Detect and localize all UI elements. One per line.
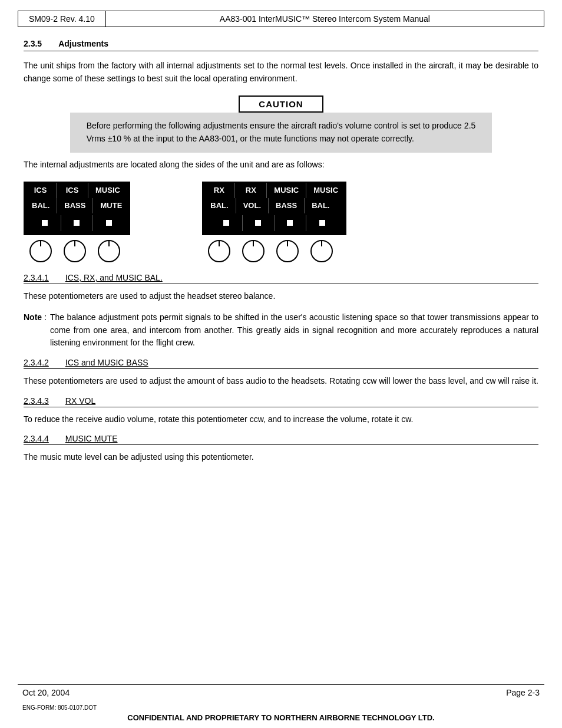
square-icon bbox=[42, 220, 48, 226]
left-cell-bal: BAL. bbox=[25, 198, 57, 213]
square-icon bbox=[255, 220, 261, 226]
left-diagram: ICS ICS MUSIC BAL. BASS MUTE bbox=[24, 182, 130, 265]
subsection-heading-1: 2.3.4.1 ICS, RX, and MUSIC BAL. bbox=[24, 273, 538, 284]
subsection-body-1: These potentiometers are used to adjust … bbox=[24, 290, 538, 303]
section-number: 2.3.5 bbox=[24, 39, 42, 48]
diagram-intro-text: The internal adjustments are located alo… bbox=[24, 159, 538, 172]
section-title: Adjustments bbox=[58, 39, 108, 48]
caution-label: CAUTION bbox=[239, 95, 323, 113]
right-labels-row2: BAL. VOL. BASS BAL. bbox=[203, 198, 345, 213]
subsection-title-1: ICS, RX, and MUSIC BAL. bbox=[65, 273, 163, 282]
subsection-body-4: The music mute level can be adjusted usi… bbox=[24, 451, 538, 464]
left-sq2 bbox=[61, 215, 93, 232]
subsection-heading-4: 2.3.4.4 MUSIC MUTE bbox=[24, 434, 538, 445]
right-diagram: RX RX MUSIC MUSIC BAL. VOL. BASS BAL. bbox=[202, 182, 346, 265]
right-cell-bal: BAL. bbox=[203, 198, 236, 213]
left-diagram-box: ICS ICS MUSIC BAL. BASS MUTE bbox=[24, 182, 130, 235]
right-squares-row bbox=[203, 213, 345, 235]
right-sq4 bbox=[306, 215, 338, 232]
pot-icon-7 bbox=[308, 238, 335, 265]
right-cell-bal2: BAL. bbox=[305, 198, 336, 213]
diagram-row: ICS ICS MUSIC BAL. BASS MUTE bbox=[24, 182, 538, 265]
subsection-title-4: MUSIC MUTE bbox=[65, 434, 118, 443]
subsection-body-2: These potentiometers are used to adjust … bbox=[24, 375, 538, 388]
right-cell-music-bal-label: MUSIC bbox=[306, 183, 345, 198]
right-cell-bass: BASS bbox=[269, 198, 305, 213]
left-cell-ics-bal-label: ICS bbox=[25, 183, 57, 198]
page: SM09-2 Rev. 4.10 AA83-001 InterMUSIC™ St… bbox=[0, 0, 562, 728]
pot-icon-6 bbox=[274, 238, 301, 265]
left-cell-ics-bass-label: ICS bbox=[57, 183, 88, 198]
right-cell-vol: VOL. bbox=[236, 198, 269, 213]
square-icon bbox=[319, 220, 325, 226]
square-icon bbox=[106, 220, 112, 226]
right-cell-music-bass-label: MUSIC bbox=[267, 183, 306, 198]
header-title: AA83-001 InterMUSIC™ Stereo Intercom Sys… bbox=[106, 11, 544, 27]
square-icon bbox=[223, 220, 229, 226]
pot-icon-1 bbox=[27, 238, 54, 265]
page-header: SM09-2 Rev. 4.10 AA83-001 InterMUSIC™ St… bbox=[18, 11, 544, 27]
main-content: 2.3.5 Adjustments The unit ships from th… bbox=[0, 27, 562, 684]
footer-date: Oct 20, 2004 bbox=[22, 688, 70, 697]
pot-icon-2 bbox=[61, 238, 88, 265]
subsection-body-3: To reduce the receive audio volume, rota… bbox=[24, 413, 538, 426]
right-sq1 bbox=[211, 215, 243, 232]
left-squares-row bbox=[25, 213, 129, 235]
right-sq3 bbox=[275, 215, 306, 232]
right-pots bbox=[202, 238, 335, 265]
subsection-number-3: 2.3.4.3 bbox=[24, 396, 49, 406]
right-sq2 bbox=[243, 215, 275, 232]
header-doc-number: SM09-2 Rev. 4.10 bbox=[18, 11, 106, 27]
left-sq3 bbox=[93, 215, 125, 232]
caution-container: CAUTION Before performing the following … bbox=[24, 95, 538, 152]
note-colon-1: : bbox=[44, 311, 47, 350]
footer-form: ENG-FORM: 805-0107.DOT bbox=[22, 704, 544, 711]
footer-page: Page 2-3 bbox=[506, 688, 540, 697]
subsection-title-2: ICS and MUSIC BASS bbox=[65, 358, 148, 367]
right-diagram-box: RX RX MUSIC MUSIC BAL. VOL. BASS BAL. bbox=[202, 182, 346, 235]
left-cell-mute: MUTE bbox=[93, 198, 129, 213]
right-cell-rx-vol-label: RX bbox=[235, 183, 267, 198]
subsection-number-4: 2.3.4.4 bbox=[24, 434, 49, 443]
right-cell-rx-bal-label: RX bbox=[203, 183, 235, 198]
square-icon bbox=[74, 220, 80, 226]
note-text-1: The balance adjustment pots permit signa… bbox=[50, 311, 538, 350]
left-pots bbox=[24, 238, 123, 265]
pot-icon-5 bbox=[240, 238, 267, 265]
note-label-1: Note bbox=[24, 311, 42, 350]
page-footer: Oct 20, 2004 Page 2-3 bbox=[18, 684, 544, 699]
intro-paragraph: The unit ships from the factory with all… bbox=[24, 60, 538, 85]
subsection-title-3: RX VOL bbox=[65, 396, 95, 406]
subsection-number-1: 2.3.4.1 bbox=[24, 273, 49, 282]
left-sq1 bbox=[29, 215, 61, 232]
note-block-1: Note: The balance adjustment pots permit… bbox=[24, 311, 538, 350]
left-cell-music-mute-label: MUSIC bbox=[88, 183, 127, 198]
section-heading: 2.3.5 Adjustments bbox=[24, 39, 538, 51]
subsection-heading-2: 2.3.4.2 ICS and MUSIC BASS bbox=[24, 358, 538, 369]
caution-text: Before performing the following adjustme… bbox=[70, 113, 492, 152]
left-labels-row1: ICS ICS MUSIC bbox=[25, 183, 129, 198]
footer-confidential: CONFIDENTIAL AND PROPRIETARY TO NORTHERN… bbox=[18, 713, 544, 722]
subsection-heading-3: 2.3.4.3 RX VOL bbox=[24, 396, 538, 407]
subsection-number-2: 2.3.4.2 bbox=[24, 358, 49, 367]
right-labels-row1: RX RX MUSIC MUSIC bbox=[203, 183, 345, 198]
left-cell-bass: BASS bbox=[57, 198, 93, 213]
pot-icon-3 bbox=[95, 238, 123, 265]
left-labels-row2: BAL. BASS MUTE bbox=[25, 198, 129, 213]
pot-icon-4 bbox=[206, 238, 233, 265]
square-icon bbox=[287, 220, 293, 226]
